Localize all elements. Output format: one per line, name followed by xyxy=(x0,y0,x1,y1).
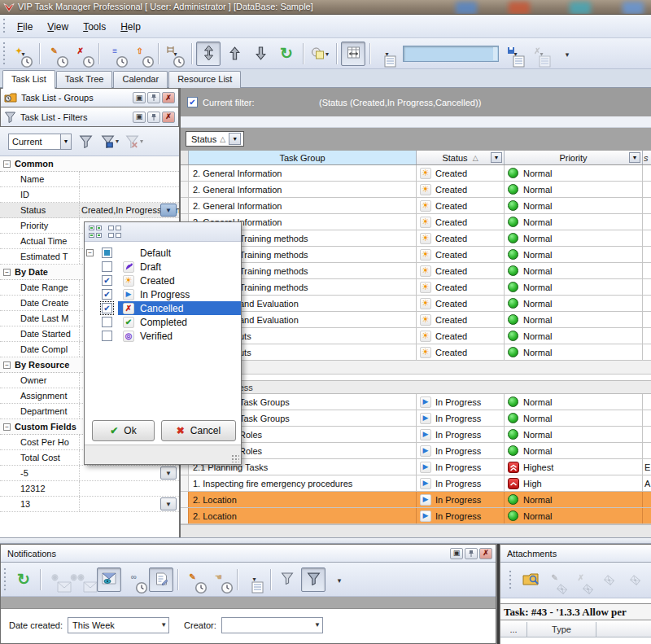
move-up-button[interactable] xyxy=(222,42,247,66)
status-checkbox[interactable]: ✔ xyxy=(102,303,112,313)
group-by-dropdown[interactable]: ▼ xyxy=(229,133,241,145)
filter-field-id[interactable]: ID xyxy=(0,187,179,203)
ok-button[interactable]: ✔Ok xyxy=(92,420,155,441)
task-row[interactable]: Task Groups▶In ProgressNormal xyxy=(181,394,651,410)
notifications-header[interactable]: Notifications ▣ ✗ xyxy=(1,545,496,563)
menu-file[interactable]: File xyxy=(10,19,40,35)
menu-view[interactable]: View xyxy=(40,19,76,35)
column-header-status[interactable]: Status△▼ xyxy=(417,151,505,164)
close-panel-button[interactable]: ✗ xyxy=(162,92,175,103)
pin-panel-button[interactable] xyxy=(147,92,160,103)
task-details-button[interactable]: ≡ xyxy=(103,42,128,66)
close-panel-button[interactable]: ✗ xyxy=(162,112,175,123)
status-checkbox[interactable] xyxy=(102,248,112,258)
column-filter-dropdown[interactable]: ▼ xyxy=(629,152,640,163)
edit-task-button[interactable]: ✎ xyxy=(182,567,207,592)
collapse-icon[interactable]: − xyxy=(3,269,11,276)
notes-button[interactable]: ▾ xyxy=(308,42,332,66)
filter-preset-combo[interactable]: Current ▼ xyxy=(8,134,72,150)
pin-panel-button[interactable] xyxy=(465,548,478,559)
resize-grip[interactable] xyxy=(231,454,239,462)
edit-attachment-button[interactable]: ✉✎ xyxy=(544,568,569,593)
view-layout-combo[interactable] xyxy=(403,46,499,62)
filter-field-status[interactable]: StatusCreated,In Progress,Cancelled▼ xyxy=(0,203,179,218)
task-row[interactable]: 2. General Information☀CreatedNormal xyxy=(181,198,651,214)
check-all-icon[interactable] xyxy=(89,226,103,239)
save-filter-button[interactable]: ▾ xyxy=(99,131,120,152)
creator-combo[interactable]: ▼ xyxy=(221,617,323,633)
collapse-icon[interactable]: − xyxy=(3,423,11,431)
goto-task-button[interactable]: ☚ xyxy=(208,567,233,592)
column-header-task-group[interactable]: Task Group xyxy=(189,151,417,164)
task-row[interactable]: Roles▶In ProgressNormal xyxy=(181,443,651,459)
task-row[interactable]: 2. General Information☀CreatedNormal xyxy=(181,182,651,198)
preview-button[interactable] xyxy=(97,567,121,592)
task-row[interactable]: Task Groups▶In ProgressNormal xyxy=(181,410,651,427)
status-option-default[interactable]: −Default xyxy=(85,246,241,260)
tab-task-tree[interactable]: Task Tree xyxy=(56,71,113,88)
filter-button[interactable] xyxy=(275,567,299,592)
uncheck-all-icon[interactable] xyxy=(108,226,123,239)
delete-view-button[interactable]: ✗▾ xyxy=(529,42,553,66)
filter-field--5[interactable]: -5▼ xyxy=(0,466,179,481)
filter-group-common[interactable]: −Common xyxy=(0,156,179,172)
edit-note-button[interactable] xyxy=(149,567,173,592)
refresh-button[interactable]: ↻ xyxy=(11,567,36,592)
toolbar-grip[interactable] xyxy=(509,570,513,591)
current-filter-checkbox[interactable]: ✔ xyxy=(187,97,198,107)
menu-help[interactable]: Help xyxy=(113,19,148,35)
task-row[interactable]: Roles▶In ProgressNormal xyxy=(181,427,651,443)
task-row[interactable]: Training methods☀CreatedNormal xyxy=(181,279,651,296)
filters-panel-header[interactable]: Task List - Filters ▣ ✗ xyxy=(0,107,179,127)
column-header-partial[interactable]: s xyxy=(643,151,651,164)
status-checkbox[interactable] xyxy=(102,261,112,272)
status-filter-dropdown-button[interactable]: ▼ xyxy=(160,204,177,217)
attachment-type-column[interactable]: Type xyxy=(527,622,596,637)
combo-dropdown-icon[interactable]: ▼ xyxy=(314,621,321,629)
status-option-created[interactable]: ✔☀Created xyxy=(85,274,241,287)
cancel-button[interactable]: ✖Cancel xyxy=(161,420,236,441)
overflow-button[interactable]: ▾ xyxy=(327,567,352,592)
grid-views-button[interactable]: ▾ xyxy=(374,42,399,66)
task-row[interactable]: 2.1 Planning Tasks▶In ProgressHighestE xyxy=(181,459,651,475)
task-row[interactable]: and Evaluation☀CreatedNormal xyxy=(181,296,651,312)
column-filter-dropdown[interactable]: ▼ xyxy=(491,152,502,163)
edit-task-button[interactable]: ✎ xyxy=(44,42,68,66)
field-combo-button[interactable]: ▼ xyxy=(160,467,177,480)
attach-file-button[interactable] xyxy=(518,568,543,593)
apply-filter-button[interactable] xyxy=(75,131,96,152)
group-header-row[interactable]: ress xyxy=(181,380,651,394)
status-option-cancelled[interactable]: ✔✗Cancelled xyxy=(85,301,241,315)
attachments-header[interactable]: Attachments xyxy=(500,545,651,563)
expand-rows-button[interactable] xyxy=(196,42,221,66)
status-checkbox[interactable] xyxy=(102,331,112,341)
clear-filter-button[interactable]: ▾ xyxy=(124,131,145,152)
menu-tools[interactable]: Tools xyxy=(76,19,113,35)
task-priority-button[interactable]: ⇧ xyxy=(129,42,154,66)
collapse-icon[interactable]: − xyxy=(3,160,11,168)
filter-on-button[interactable] xyxy=(301,567,326,592)
task-row[interactable]: Training methods☀CreatedNormal xyxy=(181,230,651,247)
fit-columns-button[interactable] xyxy=(341,42,365,66)
attachment-flag-column[interactable]: ... xyxy=(500,622,527,637)
filter-field-12312[interactable]: 12312 xyxy=(0,481,179,497)
close-panel-button[interactable]: ✗ xyxy=(479,548,492,559)
collapse-icon[interactable]: − xyxy=(3,361,11,369)
overflow-button[interactable]: ▾ xyxy=(555,42,579,66)
link-task-button[interactable]: ∞ xyxy=(123,567,147,592)
save-view-button[interactable]: ▾ xyxy=(503,42,527,66)
task-row[interactable]: uts☀CreatedNormal xyxy=(181,344,651,361)
task-row[interactable]: 2. General Information☀CreatedNormal xyxy=(181,214,651,230)
attachment-button[interactable]: ✉ xyxy=(596,568,621,593)
move-down-button[interactable] xyxy=(248,42,273,66)
grid-views-button[interactable]: ▾ xyxy=(242,567,266,592)
status-option-draft[interactable]: Draft xyxy=(85,260,241,274)
toolbar-grip[interactable] xyxy=(2,18,7,34)
tab-calendar[interactable]: Calendar xyxy=(113,71,168,88)
task-row[interactable]: 2. Location▶In ProgressNormal xyxy=(181,508,651,524)
column-header-priority[interactable]: Priority▼ xyxy=(505,151,643,164)
tree-collapse-icon[interactable]: − xyxy=(86,249,94,256)
combo-dropdown-icon[interactable]: ▼ xyxy=(60,134,71,149)
task-row[interactable]: 1. Inspecting fire emergency procedures▶… xyxy=(181,475,651,492)
field-combo-button[interactable]: ▼ xyxy=(160,497,177,510)
